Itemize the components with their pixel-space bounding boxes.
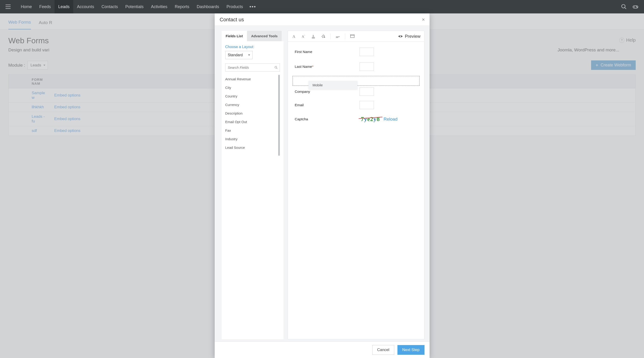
cancel-button[interactable]: Cancel [372,345,394,355]
svg-text:↕: ↕ [304,34,305,36]
drop-zone[interactable]: Mobile [292,76,420,86]
modal-footer: Cancel Next Step [215,341,430,358]
label-captcha: Captcha [295,117,360,121]
gamepad-icon[interactable] [632,4,638,10]
layout-select[interactable]: Standard [225,51,252,59]
layout-icon[interactable] [350,34,355,39]
field-fax[interactable]: Fax [225,126,280,135]
svg-text:A: A [302,35,304,38]
svg-text:A: A [312,34,314,38]
form-canvas: A A↕ A [288,31,424,339]
svg-rect-17 [350,35,354,38]
svg-rect-13 [312,38,315,38]
svg-point-19 [400,36,401,37]
input-email[interactable] [360,101,374,109]
preview-toggle[interactable]: Preview [398,34,420,39]
nav-accounts[interactable]: Accounts [73,0,98,14]
nav-items: Home Feeds Leads Accounts Contacts Poten… [17,0,259,14]
nav-more-icon[interactable]: ••• [246,4,259,10]
fields-panel: Fields List Advanced Tools Choose a Layo… [222,31,284,339]
close-icon[interactable]: × [422,17,425,22]
font-color-icon[interactable]: A [311,34,316,39]
font-family-icon[interactable]: A [292,34,297,39]
choose-layout-label: Choose a Layout: [225,45,280,49]
svg-line-1 [624,8,626,9]
search-icon[interactable] [621,4,627,10]
tab-advanced-tools[interactable]: Advanced Tools [247,31,282,41]
svg-point-7 [275,66,276,68]
nav-contacts[interactable]: Contacts [98,0,122,14]
nav-leads[interactable]: Leads [54,0,73,14]
nav-reports[interactable]: Reports [171,0,193,14]
modal-header: Contact us × [215,14,430,26]
hamburger-icon[interactable] [6,5,11,9]
label-company: Company [295,90,360,94]
editor-toolbar: A A↕ A [288,31,424,42]
input-first-name[interactable] [360,48,374,56]
field-industry[interactable]: Industry [225,135,280,143]
svg-point-0 [622,5,625,8]
tab-fields-list[interactable]: Fields List [222,31,247,41]
field-city[interactable]: City [225,83,280,92]
svg-point-5 [636,6,637,7]
width-icon[interactable] [335,34,340,39]
modal-title: Contact us [220,17,244,23]
nav-products[interactable]: Products [223,0,246,14]
field-currency[interactable]: Currency [225,100,280,109]
bg-color-icon[interactable] [321,34,326,39]
nav-feeds[interactable]: Feeds [36,0,54,14]
nav-activities[interactable]: Activities [147,0,171,14]
search-fields-input[interactable] [225,63,280,72]
font-size-icon[interactable]: A↕ [301,34,306,39]
dragging-field-mobile[interactable]: Mobile [308,81,358,89]
webform-editor-modal: Contact us × Fields List Advanced Tools … [215,14,430,358]
field-description[interactable]: Description [225,109,280,118]
svg-point-6 [637,7,638,8]
label-last-name: Last Name* [295,65,360,69]
input-company[interactable] [360,87,374,96]
nav-dashboards[interactable]: Dashboards [193,0,223,14]
nav-potentials[interactable]: Potentials [122,0,147,14]
field-country[interactable]: Country [225,92,280,100]
field-email-opt-out[interactable]: Email Opt Out [225,118,280,126]
label-email: Email [295,103,360,107]
svg-point-14 [324,37,325,38]
nav-home[interactable]: Home [17,0,36,14]
eye-icon [398,34,403,39]
field-lead-source[interactable]: Lead Source [225,143,280,152]
top-nav: Home Feeds Leads Accounts Contacts Poten… [0,0,644,14]
field-annual-revenue[interactable]: Annual Revenue [225,75,280,83]
reload-captcha-link[interactable]: Reload [384,117,398,122]
captcha-image: 7ye2y8 [360,116,382,123]
available-fields-list[interactable]: Annual Revenue City Country Currency Des… [225,75,280,156]
next-step-button[interactable]: Next Step [398,345,424,355]
svg-line-8 [276,68,277,69]
label-first-name: First Name [295,50,360,54]
svg-text:A: A [292,34,295,38]
input-last-name[interactable] [360,63,374,71]
search-icon [274,66,278,69]
